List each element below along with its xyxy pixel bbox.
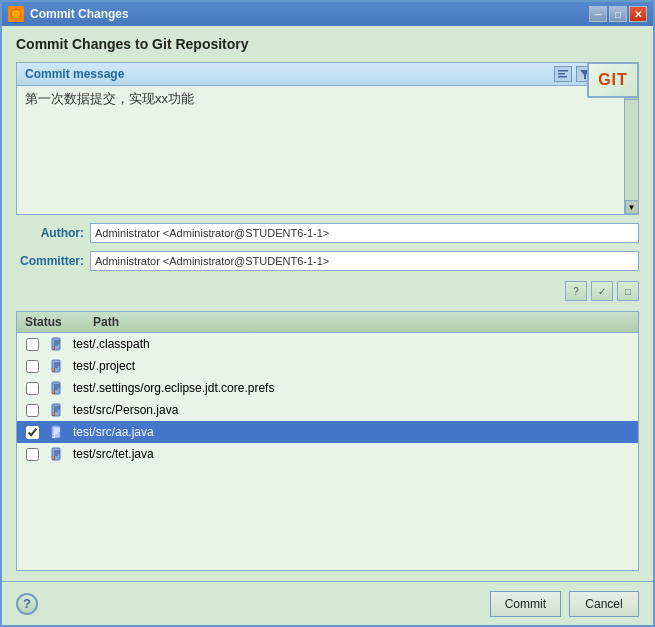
svg-text:J: J (52, 389, 55, 395)
title-bar: Commit Changes ─ □ ✕ (2, 2, 653, 26)
commit-message-text[interactable]: 第一次数据提交，实现xx功能 (17, 86, 638, 214)
file-path-text: test/src/Person.java (71, 403, 638, 417)
maximize-button[interactable]: □ (609, 6, 627, 22)
file-checkbox[interactable] (26, 382, 39, 395)
page-title: Commit Changes to Git Repository (16, 36, 639, 52)
help-button[interactable]: ? (16, 593, 38, 615)
table-row[interactable]: J test/.project (17, 355, 638, 377)
file-checkbox[interactable] (26, 338, 39, 351)
header-row: Commit Changes to Git Repository Commit … (16, 36, 639, 271)
commit-message-panel: Commit message (16, 62, 639, 215)
cancel-button[interactable]: Cancel (569, 591, 639, 617)
close-button[interactable]: ✕ (629, 6, 647, 22)
window-title: Commit Changes (30, 7, 583, 21)
col-status-header: Status (17, 315, 87, 329)
committer-row: Committer: (16, 251, 639, 271)
file-type-icon: J (47, 358, 67, 374)
col-path-header: Path (87, 315, 638, 329)
commit-section: Commit Changes to Git Repository Commit … (16, 36, 639, 271)
svg-point-0 (11, 9, 21, 19)
square-toolbar-button[interactable]: □ (617, 281, 639, 301)
file-path-text: test/.project (71, 359, 638, 373)
author-input[interactable] (90, 223, 639, 243)
files-list: J test/.classpath J test/.project J test… (17, 333, 638, 570)
help-toolbar-button[interactable]: ? (565, 281, 587, 301)
svg-text:J: J (52, 345, 55, 351)
file-path-text: test/.classpath (71, 337, 638, 351)
files-table-header: Status Path (17, 312, 638, 333)
file-checkbox-cell (17, 338, 47, 351)
svg-rect-1 (558, 70, 568, 72)
file-checkbox-cell (17, 382, 47, 395)
format-icon[interactable] (554, 66, 572, 82)
svg-text:J: J (52, 433, 55, 439)
window-icon (8, 6, 24, 22)
file-checkbox-cell (17, 404, 47, 417)
git-logo: GIT (587, 62, 639, 98)
window-content: Commit Changes to Git Repository Commit … (2, 26, 653, 581)
file-type-icon: J (47, 446, 67, 462)
svg-text:J: J (52, 411, 55, 417)
bottom-bar: ? Commit Cancel (2, 581, 653, 625)
svg-rect-2 (558, 73, 565, 75)
file-type-icon: J (47, 402, 67, 418)
commit-message-header: Commit message (17, 63, 638, 86)
file-checkbox[interactable] (26, 360, 39, 373)
table-row[interactable]: J test/.classpath (17, 333, 638, 355)
committer-input[interactable] (90, 251, 639, 271)
file-checkbox[interactable] (26, 448, 39, 461)
author-label: Author: (16, 226, 84, 240)
commit-button[interactable]: Commit (490, 591, 561, 617)
svg-text:J: J (52, 455, 55, 461)
window-controls: ─ □ ✕ (589, 6, 647, 22)
file-path-text: test/src/tet.java (71, 447, 638, 461)
minimize-button[interactable]: ─ (589, 6, 607, 22)
committer-label: Committer: (16, 254, 84, 268)
check-toolbar-button[interactable]: ✓ (591, 281, 613, 301)
commit-changes-window: Commit Changes ─ □ ✕ Commit Changes to G… (0, 0, 655, 627)
table-row[interactable]: J test/src/aa.java (17, 421, 638, 443)
svg-rect-3 (558, 76, 567, 78)
scroll-down-button[interactable]: ▼ (625, 200, 639, 214)
file-checkbox-cell (17, 426, 47, 439)
table-row[interactable]: J test/src/tet.java (17, 443, 638, 465)
table-row[interactable]: J test/src/Person.java (17, 399, 638, 421)
file-checkbox-cell (17, 448, 47, 461)
files-toolbar: ? ✓ □ (16, 279, 639, 303)
file-checkbox[interactable] (26, 404, 39, 417)
file-type-icon: J (47, 424, 67, 440)
file-path-text: test/.settings/org.eclipse.jdt.core.pref… (71, 381, 638, 395)
commit-message-label: Commit message (25, 67, 124, 81)
file-path-text: test/src/aa.java (71, 425, 638, 439)
svg-text:J: J (52, 367, 55, 373)
file-checkbox-cell (17, 360, 47, 373)
message-scrollbar[interactable]: ▲ ▼ (624, 86, 638, 214)
files-panel: Status Path J test/.classpath J test/.pr… (16, 311, 639, 571)
author-row: Author: (16, 223, 639, 243)
action-buttons: Commit Cancel (490, 591, 639, 617)
file-type-icon: J (47, 336, 67, 352)
file-checkbox[interactable] (26, 426, 39, 439)
table-row[interactable]: J test/.settings/org.eclipse.jdt.core.pr… (17, 377, 638, 399)
file-type-icon: J (47, 380, 67, 396)
